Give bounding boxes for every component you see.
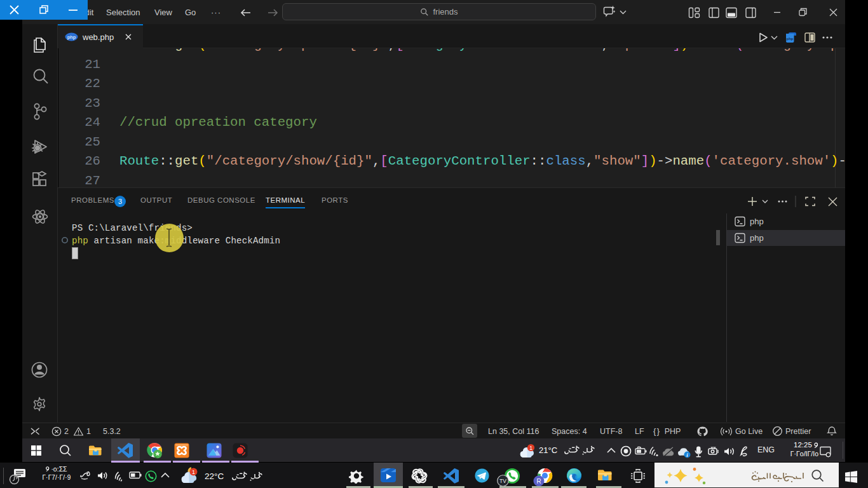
svg-text:1: 1 <box>192 469 195 475</box>
svg-text:php: php <box>787 37 794 41</box>
svg-text:php: php <box>67 34 76 40</box>
svg-text:R: R <box>536 478 541 485</box>
svg-text:TV: TV <box>499 478 506 484</box>
svg-text:1: 1 <box>529 445 532 451</box>
